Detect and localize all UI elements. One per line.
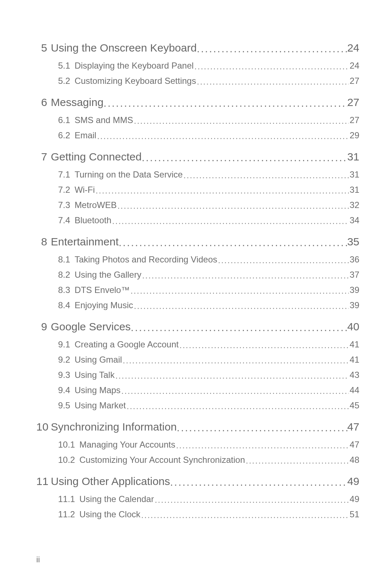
toc-section-title: MetroWEB	[74, 200, 117, 210]
toc-chapter: 10Synchronizing Information.............…	[36, 421, 359, 465]
toc-leader-dots: ........................................…	[142, 270, 349, 281]
toc-leader-dots: ........................................…	[119, 236, 347, 249]
toc-section-row[interactable]: 5.2Customizing Keyboard Settings........…	[58, 76, 359, 86]
toc-section-number: 8.1	[58, 254, 70, 265]
toc-chapter-row[interactable]: 9Google Services........................…	[36, 321, 359, 333]
toc-leader-dots: ........................................…	[134, 116, 349, 126]
toc-chapter-row[interactable]: 5Using the Onscreen Keyboard............…	[36, 42, 359, 54]
toc-section-title: Customizing Keyboard Settings	[74, 76, 196, 86]
toc-section-row[interactable]: 7.4Bluetooth............................…	[58, 215, 359, 225]
toc-chapter-number: 7	[36, 151, 51, 163]
toc-section-number: 6.2	[58, 130, 70, 140]
toc-leader-dots: ........................................…	[121, 386, 349, 396]
toc-section-title: Bluetooth	[74, 215, 111, 225]
toc-chapter-title: Synchronizing Information	[51, 421, 177, 433]
toc-leader-dots: ........................................…	[218, 255, 349, 265]
toc-leader-dots: ........................................…	[141, 510, 349, 520]
toc-section-title: Using Market	[74, 400, 126, 411]
page-number: ii	[36, 555, 40, 564]
toc-section-row[interactable]: 5.1Displaying the Keyboard Panel........…	[58, 61, 359, 71]
toc-chapter-page: 27	[347, 96, 359, 109]
toc-leader-dots: ........................................…	[197, 77, 349, 87]
toc-leader-dots: ........................................…	[170, 476, 347, 488]
toc-section-row[interactable]: 8.4Enjoying Music.......................…	[58, 300, 359, 310]
toc-section-row[interactable]: 9.5Using Market.........................…	[58, 400, 359, 411]
toc-section-number: 10.1	[58, 440, 75, 450]
toc-section-row[interactable]: 6.2Email................................…	[58, 130, 359, 140]
toc-section-number: 11.1	[58, 494, 75, 504]
toc-chapter-page: 24	[347, 42, 359, 54]
toc-section-row[interactable]: 6.1SMS and MMS..........................…	[58, 115, 359, 125]
toc-section-row[interactable]: 11.1Using the Calendar..................…	[58, 494, 359, 504]
toc-section-row[interactable]: 7.2Wi-Fi................................…	[58, 185, 359, 195]
toc-section-row[interactable]: 10.2Customizing Your Account Synchroniza…	[58, 455, 359, 465]
toc-section-number: 5.1	[58, 61, 70, 71]
toc-leader-dots: ........................................…	[112, 216, 349, 226]
toc-section-row[interactable]: 8.3DTS Envelo™..........................…	[58, 285, 359, 295]
toc-leader-dots: ........................................…	[155, 495, 349, 505]
toc-section-page: 51	[350, 509, 359, 519]
toc-chapter-number: 11	[36, 475, 51, 488]
toc-chapter: 5Using the Onscreen Keyboard............…	[36, 42, 359, 86]
toc-section-row[interactable]: 9.3Using Talk...........................…	[58, 370, 359, 380]
toc-leader-dots: ........................................…	[130, 286, 349, 296]
toc-section-page: 34	[350, 215, 359, 225]
toc-leader-dots: ........................................…	[195, 61, 349, 72]
toc-leader-dots: ........................................…	[142, 151, 347, 164]
toc-leader-dots: ........................................…	[115, 371, 349, 381]
toc-leader-dots: ........................................…	[95, 186, 349, 196]
toc-leader-dots: ........................................…	[123, 355, 349, 366]
toc-chapter-title: Google Services	[51, 321, 131, 333]
toc-leader-dots: ........................................…	[183, 170, 349, 180]
toc-section-row[interactable]: 8.1Taking Photos and Recording Videos...…	[58, 254, 359, 265]
toc-chapter-title: Entertainment	[51, 236, 119, 248]
toc-section-row[interactable]: 11.2Using the Clock.....................…	[58, 509, 359, 519]
toc-section-title: Turning on the Data Service	[74, 170, 183, 180]
toc-section-row[interactable]: 9.2Using Gmail..........................…	[58, 355, 359, 365]
toc-chapter-row[interactable]: 8Entertainment..........................…	[36, 236, 359, 248]
toc-section-number: 7.2	[58, 185, 70, 195]
toc-section-row[interactable]: 9.1Creating a Google Account............…	[58, 339, 359, 350]
toc-leader-dots: ........................................…	[134, 301, 349, 311]
toc-section-page: 49	[350, 494, 359, 504]
toc-section-number: 9.5	[58, 400, 70, 411]
toc-leader-dots: ........................................…	[179, 340, 349, 350]
toc-section-title: DTS Envelo™	[74, 285, 130, 295]
toc-section-title: Displaying the Keyboard Panel	[74, 61, 193, 71]
toc-chapter: 6Messaging..............................…	[36, 96, 359, 140]
toc-section-title: Using the Calendar	[79, 494, 154, 504]
toc-section-page: 24	[350, 61, 359, 71]
toc-section-number: 9.4	[58, 385, 70, 395]
toc-section-title: Using Talk	[74, 370, 114, 380]
toc-section-number: 8.4	[58, 300, 70, 310]
toc-chapter-row[interactable]: 6Messaging..............................…	[36, 96, 359, 109]
toc-section-title: Using the Clock	[79, 509, 140, 519]
toc-section-number: 11.2	[58, 509, 75, 519]
toc-chapter-number: 10	[36, 421, 51, 433]
toc-section-title: Customizing Your Account Synchronization	[79, 455, 245, 465]
toc-section-page: 31	[350, 170, 359, 180]
toc-section-title: Using Maps	[74, 385, 121, 395]
toc-section-row[interactable]: 9.4Using Maps...........................…	[58, 385, 359, 395]
toc-chapter-title: Using the Onscreen Keyboard	[51, 42, 197, 54]
toc-chapter-number: 9	[36, 321, 51, 333]
toc-section-number: 9.3	[58, 370, 70, 380]
toc-section-number: 7.4	[58, 215, 70, 225]
toc-chapter: 11Using Other Applications..............…	[36, 475, 359, 519]
toc-section-row[interactable]: 7.3MetroWEB.............................…	[58, 200, 359, 210]
toc-leader-dots: ........................................…	[117, 201, 349, 211]
toc-chapter-row[interactable]: 7Getting Connected......................…	[36, 151, 359, 163]
toc-section-row[interactable]: 7.1Turning on the Data Service..........…	[58, 170, 359, 180]
toc-section-title: Creating a Google Account	[74, 339, 179, 350]
toc-section-number: 10.2	[58, 455, 75, 465]
toc-chapter-page: 31	[347, 151, 359, 163]
toc-section-number: 6.1	[58, 115, 70, 125]
toc-section-row[interactable]: 10.1Managing Your Accounts..............…	[58, 440, 359, 450]
toc-chapter-row[interactable]: 11Using Other Applications..............…	[36, 475, 359, 488]
toc-section-page: 45	[350, 400, 359, 411]
toc-section-title: Using the Gallery	[74, 270, 141, 280]
toc-chapter-row[interactable]: 10Synchronizing Information.............…	[36, 421, 359, 433]
toc-section-page: 48	[350, 455, 359, 465]
toc-section-row[interactable]: 8.2Using the Gallery....................…	[58, 270, 359, 280]
toc-leader-dots: ........................................…	[177, 421, 347, 434]
